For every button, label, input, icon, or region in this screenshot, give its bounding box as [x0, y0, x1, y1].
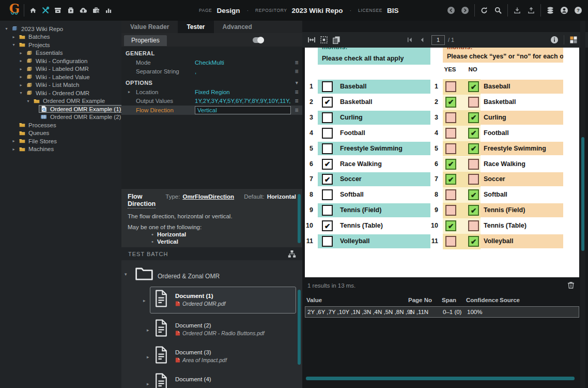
expander-icon[interactable]: ▸ [143, 298, 146, 303]
grooper-logo[interactable]: G 〰 [7, 2, 22, 19]
stats-icon[interactable] [103, 5, 114, 16]
menu-icon[interactable]: ≡ [291, 97, 302, 105]
expander-icon[interactable]: ▸ [147, 354, 149, 360]
tree-item-processes[interactable]: Processes [0, 121, 121, 129]
refresh-icon[interactable] [479, 6, 489, 15]
scrollbar-thumb[interactable] [581, 137, 584, 251]
type-value[interactable]: OmrFlowDirection [182, 193, 234, 200]
database-icon[interactable] [546, 6, 555, 15]
tab-advanced[interactable]: Advanced [214, 21, 261, 33]
tree-item-ordered-omr-example-1[interactable]: Ordered OMR Example (1) [0, 105, 121, 113]
copy-pages-icon[interactable] [330, 35, 343, 44]
document-item-2[interactable]: ▸Document (2)Ordered OMR - Radio Buttons… [121, 317, 302, 344]
trash-icon[interactable] [567, 281, 575, 289]
document-item-4[interactable]: ▸Document (4) [121, 370, 302, 388]
batch-folder-label[interactable]: Ordered & Zonal OMR [158, 273, 220, 280]
property-value[interactable]: , [195, 68, 291, 74]
home-icon[interactable] [28, 5, 38, 16]
expander-icon[interactable]: ▸ [18, 83, 24, 87]
tab-tester[interactable]: Tester [178, 21, 213, 33]
cloud-upload-icon[interactable] [78, 5, 88, 16]
expander-icon[interactable]: ▾ [25, 99, 32, 103]
property-row-flow-direction[interactable]: Flow DirectionVertical≡ [121, 106, 302, 115]
download-icon[interactable] [513, 6, 522, 15]
tree-item-wiki-labeled-value[interactable]: ▸Wiki - Labeled Value [0, 73, 121, 81]
repository-value[interactable]: 2023 Wiki Repo [292, 7, 343, 14]
tree-item-machines[interactable]: ▸Machines [0, 145, 121, 154]
info-icon[interactable] [548, 35, 561, 44]
upload-icon[interactable] [527, 6, 536, 15]
expander-icon[interactable]: ▾ [18, 91, 24, 95]
batch-folder-icon[interactable] [135, 265, 153, 281]
tree-item-batches[interactable]: ▸Batches [0, 33, 121, 41]
document-item-1[interactable]: ▸Document (1)Ordered OMR.pdf [150, 287, 296, 314]
column-header-page-no[interactable]: Page No [408, 297, 432, 303]
expander-icon[interactable]: ▾ [125, 272, 127, 277]
menu-icon[interactable]: ≡ [291, 88, 302, 96]
page-value[interactable]: Design [216, 7, 240, 14]
property-value[interactable]: 1Y,2Y,3Y,4Y,5Y,6Y,7Y,8Y,9Y,10Y,11Y,... [195, 98, 291, 104]
tree-item-wiki-labeled-omr[interactable]: ▸Wiki - Labeled OMR [0, 65, 121, 73]
expander-icon[interactable]: ▾ [10, 42, 17, 47]
menu-icon[interactable]: ≡ [291, 59, 302, 66]
tree-item-essentials[interactable]: ▸Essentials [0, 49, 121, 57]
select-region-icon[interactable] [318, 35, 330, 44]
toggle-advanced-icon[interactable] [253, 37, 264, 43]
document-page[interactable]: months: Please check all that apply mont… [305, 48, 579, 277]
batch-box-icon[interactable] [53, 5, 63, 16]
tree-item-queues[interactable]: Queues [0, 129, 121, 138]
expander-icon[interactable]: ▸ [18, 74, 24, 79]
column-header-source[interactable]: Source [500, 297, 520, 303]
licensee-value[interactable]: BIS [387, 7, 399, 14]
tree-item-2023-wiki-repo[interactable]: ▾2023 Wiki Repo [0, 25, 121, 33]
tab-value-reader[interactable]: Value Reader [121, 21, 178, 33]
page-number-input[interactable]: 1 [431, 35, 445, 45]
results-table-row[interactable]: 2Y ,6Y ,7Y ,10Y ,1N ,3N ,4N ,5N ,8N ,9N … [305, 306, 579, 318]
expander-icon[interactable]: ▾ [3, 26, 10, 31]
expander-icon[interactable]: ▸ [128, 89, 130, 94]
property-row-mode[interactable]: ModeCheckMulti≡ [121, 58, 302, 67]
tree-item-ordered-omr-example[interactable]: ▾Ordered OMR Example [0, 97, 121, 106]
tree-item-wiki-list-match[interactable]: ▸Wiki - List Match [0, 81, 121, 89]
expander-icon[interactable]: ▸ [10, 147, 17, 152]
column-header-span[interactable]: Span [442, 297, 456, 303]
scrollbar-thumb[interactable] [298, 290, 301, 365]
search-icon[interactable] [493, 6, 503, 15]
expander-icon[interactable]: ▸ [18, 51, 24, 55]
account-icon[interactable] [560, 6, 569, 15]
back-icon[interactable] [446, 6, 456, 15]
tree-item-ordered-omr-example-2[interactable]: Ordered OMR Example (2) [0, 113, 121, 122]
column-header-value[interactable]: Value [306, 297, 322, 303]
property-value[interactable]: CheckMulti [195, 59, 291, 66]
batch-hierarchy-icon[interactable] [288, 250, 296, 258]
build-tools-icon[interactable] [40, 5, 51, 16]
tab-properties[interactable]: Properties [124, 35, 167, 46]
property-value-editor[interactable]: Vertical [195, 106, 291, 114]
property-row-output-values[interactable]: Output Values1Y,2Y,3Y,4Y,5Y,6Y,7Y,8Y,9Y,… [121, 97, 302, 106]
tree-item-wiki-ordered-omr[interactable]: ▾Wiki - Ordered OMR [0, 89, 121, 97]
chevron-down-icon[interactable]: ▾ [296, 80, 298, 85]
fit-width-icon[interactable] [305, 35, 318, 44]
forward-icon[interactable] [460, 6, 470, 15]
display-options-icon[interactable] [567, 35, 580, 44]
tree-item-file-stores[interactable]: ▸File Stores [0, 137, 121, 145]
property-row-location[interactable]: ▸LocationFixed Region≡ [121, 87, 302, 97]
document-item-3[interactable]: ▸Document (3)Area of Impact.pdf [121, 344, 302, 370]
first-page-icon[interactable] [404, 35, 416, 44]
expander-icon[interactable]: ▸ [147, 327, 149, 333]
expander-icon[interactable]: ▸ [10, 35, 17, 39]
scheduled-jobs-icon[interactable] [91, 5, 101, 16]
batch-process-icon[interactable] [66, 5, 76, 16]
tree-item-projects[interactable]: ▾Projects [0, 41, 121, 49]
expander-icon[interactable]: ▸ [10, 139, 17, 143]
expander-icon[interactable]: ▸ [147, 381, 149, 386]
menu-icon[interactable]: ≡ [291, 68, 302, 75]
menu-icon[interactable]: ≡ [291, 107, 302, 114]
expander-icon[interactable]: ▸ [18, 67, 24, 71]
expander-icon[interactable]: ▸ [18, 58, 24, 63]
prev-page-icon[interactable] [416, 35, 428, 44]
property-value[interactable]: Fixed Region [195, 89, 291, 95]
column-header-confidence[interactable]: Confidence [466, 297, 499, 303]
property-row-separator-string[interactable]: Separator String,≡ [121, 67, 302, 77]
scrollbar-thumb[interactable] [298, 194, 301, 243]
